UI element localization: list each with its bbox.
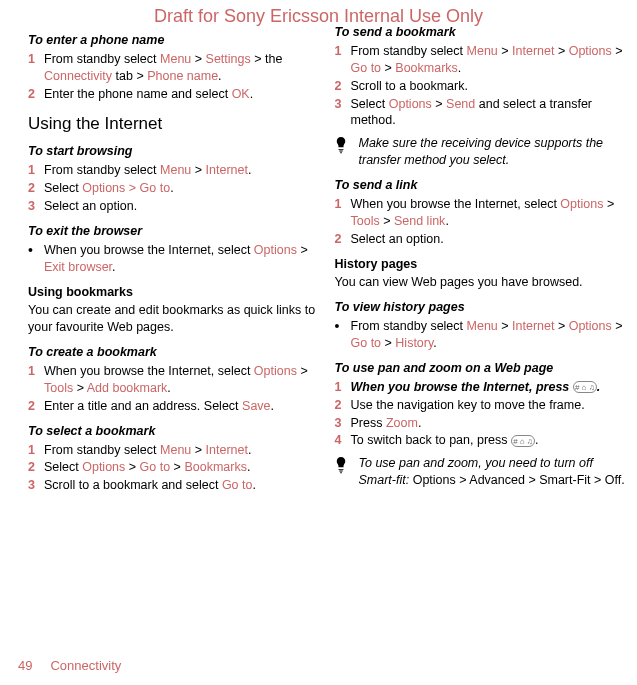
step: 2 Use the navigation key to move the fra… — [335, 397, 626, 414]
lightbulb-icon — [335, 137, 353, 154]
subtitle-exit-browser: To exit the browser — [28, 223, 319, 240]
bullet-text: When you browse the Internet, select Opt… — [44, 242, 319, 276]
step: 1 From standby select Menu > Settings > … — [28, 51, 319, 85]
step-number: 1 — [335, 379, 347, 396]
step-text: Scroll to a bookmark and select Go to. — [44, 477, 319, 494]
step: 3 Select an option. — [28, 198, 319, 215]
lightbulb-icon — [335, 457, 353, 474]
step: 2 Enter the phone name and select OK. — [28, 86, 319, 103]
step-text: Select an option. — [44, 198, 319, 215]
step: 1 From standby select Menu > Internet. — [28, 442, 319, 459]
step-text: Use the navigation key to move the frame… — [351, 397, 626, 414]
page-number: 49 — [18, 657, 32, 675]
step: 1 When you browse the Internet, select O… — [335, 196, 626, 230]
watermark-text: Draft for Sony Ericsson Internal Use Onl… — [0, 4, 637, 28]
subtitle-view-history: To view history pages — [335, 299, 626, 316]
subtitle-enter-phone-name: To enter a phone name — [28, 32, 319, 49]
step: 1 When you browse the Internet, press # … — [335, 379, 626, 396]
step-text: Scroll to a bookmark. — [351, 78, 626, 95]
step-text: Press Zoom. — [351, 415, 626, 432]
step: 2 Select Options > Go to. — [28, 180, 319, 197]
step: 2 Select Options > Go to > Bookmarks. — [28, 459, 319, 476]
step-text: When you browse the Internet, select Opt… — [351, 196, 626, 230]
left-column: To enter a phone name 1 From standby sel… — [18, 24, 319, 495]
step-number: 1 — [28, 442, 40, 459]
hash-key-icon: # ⌂ ♫ — [511, 435, 535, 447]
subtitle-send-link: To send a link — [335, 177, 626, 194]
step-number: 2 — [335, 231, 347, 248]
tip-note: To use pan and zoom, you need to turn of… — [335, 455, 626, 489]
step: 2 Scroll to a bookmark. — [335, 78, 626, 95]
step-text: From standby select Menu > Settings > th… — [44, 51, 319, 85]
heading-using-internet: Using the Internet — [28, 113, 319, 136]
step-text: Enter the phone name and select OK. — [44, 86, 319, 103]
page-footer: 49 Connectivity — [18, 657, 121, 675]
page-content: To enter a phone name 1 From standby sel… — [0, 0, 637, 495]
bullet: • When you browse the Internet, select O… — [28, 242, 319, 276]
step: 3 Press Zoom. — [335, 415, 626, 432]
right-column: To send a bookmark 1 From standby select… — [335, 24, 626, 495]
step-number: 4 — [335, 432, 347, 449]
step-text: Select Options > Go to. — [44, 180, 319, 197]
footer-section: Connectivity — [50, 657, 121, 675]
bullet: • From standby select Menu > Internet > … — [335, 318, 626, 352]
step-number: 1 — [335, 43, 347, 60]
step: 3 Select Options > Send and select a tra… — [335, 96, 626, 130]
step-number: 1 — [28, 51, 40, 68]
step-text: Select Options > Send and select a trans… — [351, 96, 626, 130]
step-number: 3 — [28, 198, 40, 215]
step: 4 To switch back to pan, press # ⌂ ♫. — [335, 432, 626, 449]
bullet-marker: • — [335, 318, 347, 335]
body-text: You can view Web pages you have browsed. — [335, 274, 626, 291]
subtitle-start-browsing: To start browsing — [28, 143, 319, 160]
step-number: 2 — [28, 398, 40, 415]
step-number: 2 — [28, 86, 40, 103]
step: 1 From standby select Menu > Internet. — [28, 162, 319, 179]
step-text: When you browse the Internet, select Opt… — [44, 363, 319, 397]
heading-history-pages: History pages — [335, 256, 626, 273]
step-number: 2 — [335, 397, 347, 414]
step-number: 2 — [335, 78, 347, 95]
tip-text: Make sure the receiving device supports … — [359, 135, 626, 169]
step-number: 1 — [335, 196, 347, 213]
step-text: From standby select Menu > Internet. — [44, 162, 319, 179]
step-number: 3 — [335, 415, 347, 432]
step-number: 3 — [28, 477, 40, 494]
subtitle-pan-zoom: To use pan and zoom on a Web page — [335, 360, 626, 377]
step-number: 2 — [28, 459, 40, 476]
step-number: 1 — [28, 363, 40, 380]
step-number: 2 — [28, 180, 40, 197]
step: 2 Enter a title and an address. Select S… — [28, 398, 319, 415]
hash-key-icon: # ⌂ ♫ — [573, 381, 597, 393]
step-text: From standby select Menu > Internet. — [44, 442, 319, 459]
subtitle-create-bookmark: To create a bookmark — [28, 344, 319, 361]
subtitle-select-bookmark: To select a bookmark — [28, 423, 319, 440]
step-text: Select Options > Go to > Bookmarks. — [44, 459, 319, 476]
step: 1 From standby select Menu > Internet > … — [335, 43, 626, 77]
step-number: 3 — [335, 96, 347, 113]
step-text: When you browse the Internet, press # ⌂ … — [351, 379, 626, 396]
step-text: Select an option. — [351, 231, 626, 248]
bullet-marker: • — [28, 242, 40, 259]
tip-note: Make sure the receiving device supports … — [335, 135, 626, 169]
tip-text: To use pan and zoom, you need to turn of… — [359, 455, 626, 489]
step-text: To switch back to pan, press # ⌂ ♫. — [351, 432, 626, 449]
step: 1 When you browse the Internet, select O… — [28, 363, 319, 397]
heading-using-bookmarks: Using bookmarks — [28, 284, 319, 301]
step-text: From standby select Menu > Internet > Op… — [351, 43, 626, 77]
body-text: You can create and edit bookmarks as qui… — [28, 302, 319, 336]
step: 2 Select an option. — [335, 231, 626, 248]
step-number: 1 — [28, 162, 40, 179]
step-text: Enter a title and an address. Select Sav… — [44, 398, 319, 415]
bullet-text: From standby select Menu > Internet > Op… — [351, 318, 626, 352]
step: 3 Scroll to a bookmark and select Go to. — [28, 477, 319, 494]
